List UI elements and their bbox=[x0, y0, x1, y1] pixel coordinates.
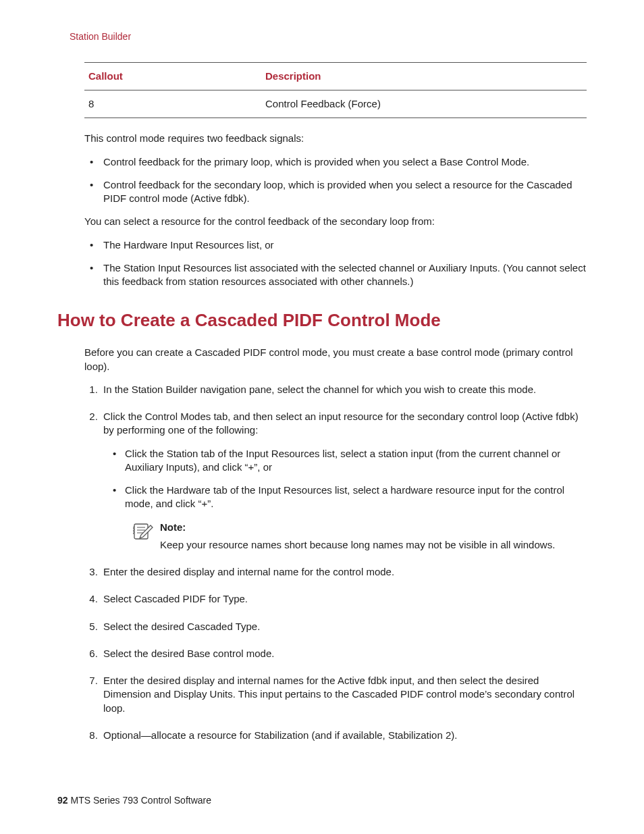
step-text: Select the desired Cascaded Type. bbox=[103, 621, 260, 632]
page: Station Builder Callout Description 8 Co… bbox=[0, 0, 644, 834]
table-row: 8 Control Feedback (Force) bbox=[84, 90, 587, 118]
table-cell-description: Control Feedback (Force) bbox=[261, 90, 587, 118]
step-item: Optional—allocate a resource for Stabili… bbox=[101, 729, 587, 742]
table-header-callout: Callout bbox=[84, 62, 261, 90]
step-item: Select the desired Base control mode. bbox=[101, 647, 587, 660]
step-text: Select the desired Base control mode. bbox=[103, 648, 274, 659]
step-item: Select Cascaded PIDF for Type. bbox=[101, 592, 587, 606]
bullet-list: Control feedback for the primary loop, w… bbox=[84, 155, 587, 206]
step-text: Click the Control Modes tab, and then se… bbox=[103, 411, 579, 436]
page-footer: 92 MTS Series 793 Control Software bbox=[57, 794, 211, 807]
ordered-steps: In the Station Builder navigation pane, … bbox=[84, 383, 587, 742]
step-item: Select the desired Cascaded Type. bbox=[101, 620, 587, 633]
bullet-list: Click the Station tab of the Input Resou… bbox=[103, 447, 587, 511]
note-text: Note: Keep your resource names short bec… bbox=[160, 521, 555, 552]
step-text: Enter the desired display and internal n… bbox=[103, 566, 394, 577]
paragraph: This control mode requires two feedback … bbox=[84, 132, 587, 145]
page-number: 92 bbox=[57, 795, 68, 806]
step-text: In the Station Builder navigation pane, … bbox=[103, 384, 536, 395]
list-item: Control feedback for the secondary loop,… bbox=[84, 178, 587, 206]
list-item: Click the Station tab of the Input Resou… bbox=[103, 447, 587, 475]
step-text: Select Cascaded PIDF for Type. bbox=[103, 593, 248, 604]
list-item: Click the Hardware tab of the Input Reso… bbox=[103, 484, 587, 511]
step-item: Enter the desired display and internal n… bbox=[101, 565, 587, 579]
table-header-row: Callout Description bbox=[84, 62, 587, 90]
table-header-description: Description bbox=[261, 62, 587, 90]
bullet-list: The Hardware Input Resources list, or Th… bbox=[84, 238, 587, 289]
step-text: Optional—allocate a resource for Stabili… bbox=[103, 729, 457, 741]
list-item: The Station Input Resources list associa… bbox=[84, 261, 587, 289]
step-item: Enter the desired display and internal n… bbox=[101, 674, 587, 715]
step-text: Enter the desired display and internal n… bbox=[103, 675, 574, 714]
breadcrumb: Station Builder bbox=[70, 30, 587, 43]
step-item: Click the Control Modes tab, and then se… bbox=[101, 410, 587, 552]
section-heading: How to Create a Cascaded PIDF Control Mo… bbox=[57, 309, 587, 332]
list-item: Control feedback for the primary loop, w… bbox=[84, 155, 587, 169]
note-block: Note: Keep your resource names short bec… bbox=[133, 521, 587, 552]
callout-description-table: Callout Description 8 Control Feedback (… bbox=[84, 62, 587, 119]
section-body: Before you can create a Cascaded PIDF co… bbox=[84, 346, 587, 742]
list-item: The Hardware Input Resources list, or bbox=[84, 238, 587, 252]
paragraph: Before you can create a Cascaded PIDF co… bbox=[84, 346, 587, 373]
body-text: This control mode requires two feedback … bbox=[84, 132, 587, 288]
paragraph: You can select a resource for the contro… bbox=[84, 215, 587, 228]
table-cell-callout: 8 bbox=[84, 90, 261, 118]
note-heading: Note: bbox=[160, 521, 555, 534]
step-item: In the Station Builder navigation pane, … bbox=[101, 383, 587, 396]
note-icon bbox=[133, 522, 153, 544]
note-body: Keep your resource names short because l… bbox=[160, 539, 555, 550]
footer-title: MTS Series 793 Control Software bbox=[70, 795, 211, 806]
